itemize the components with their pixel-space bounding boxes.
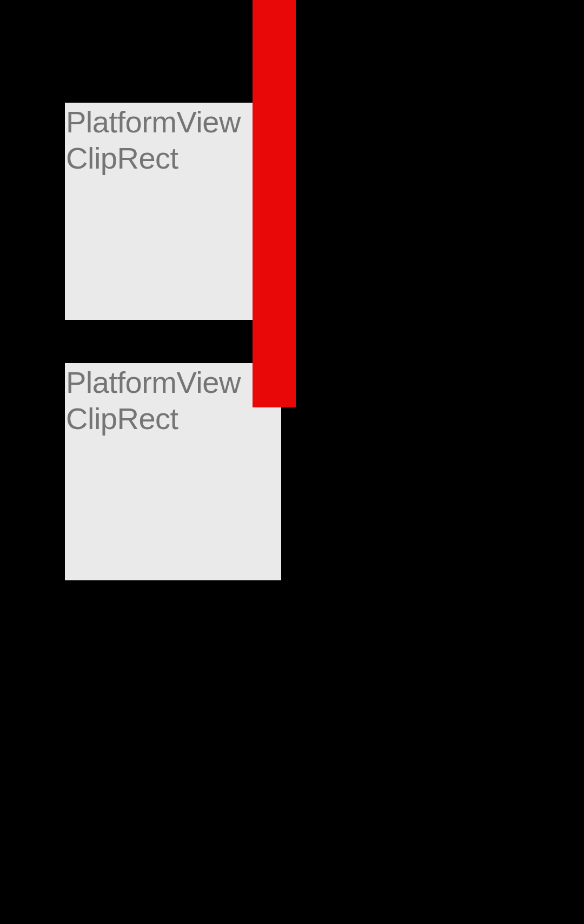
platform-view-clip-rect-2: PlatformView ClipRect: [65, 363, 281, 580]
label-line-2: ClipRect: [66, 141, 178, 175]
label-line-1: PlatformView: [66, 365, 241, 399]
platform-view-clip-rect-1: PlatformView ClipRect: [65, 103, 281, 320]
label-line-2: ClipRect: [66, 401, 178, 436]
label-line-1: PlatformView: [66, 105, 241, 139]
platform-view-label-2: PlatformView ClipRect: [65, 363, 281, 437]
overlay-red-bar: [253, 0, 296, 407]
platform-view-label-1: PlatformView ClipRect: [65, 103, 281, 176]
